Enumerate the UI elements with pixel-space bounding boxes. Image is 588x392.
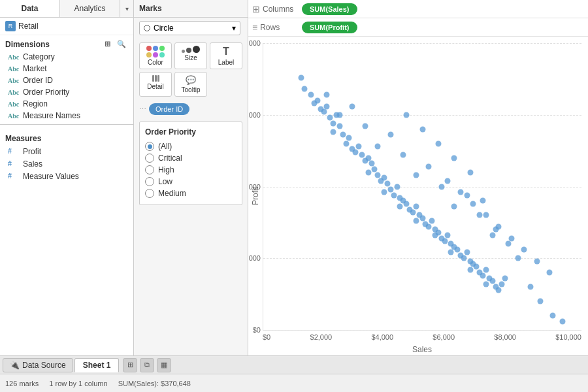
scatter-dot	[464, 192, 470, 198]
color-icon	[146, 46, 165, 57]
mark-type-select[interactable]: Circle ▾	[139, 21, 240, 35]
grid-line	[263, 187, 581, 188]
retail-row: R Retail	[0, 18, 133, 35]
dimension-item-order-id[interactable]: AbcOrder ID	[0, 74, 133, 86]
measure-item-profit[interactable]: #Profit	[0, 145, 133, 157]
scatter-dot	[343, 140, 349, 146]
dimensions-list: AbcCategoryAbcMarketAbcOrder IDAbcOrder …	[0, 51, 133, 122]
label-icon: T	[223, 46, 229, 57]
new-dashboard-icon[interactable]: ▦	[157, 358, 171, 372]
scatter-dot	[346, 135, 352, 140]
scatter-dot	[547, 270, 553, 276]
dimension-item-region[interactable]: AbcRegion	[0, 98, 133, 110]
columns-shelf: ⊞ Columns SUM(Sales)	[248, 0, 588, 18]
scatter-dot	[336, 112, 342, 118]
scatter-dot	[426, 163, 432, 169]
dimension-item-category[interactable]: AbcCategory	[0, 51, 133, 63]
radio-circle	[145, 142, 154, 151]
mark-type-chevron: ▾	[232, 24, 236, 33]
radio-low[interactable]: Low	[145, 176, 237, 188]
x-tick: $2,000	[310, 333, 333, 341]
radio-circle	[145, 189, 154, 198]
grid-line	[263, 115, 581, 116]
scatter-dot	[362, 123, 368, 129]
label-button[interactable]: T Label	[210, 42, 242, 69]
filter-pill-row: ⋯ Order ID	[134, 101, 248, 118]
retail-icon: R	[5, 21, 16, 31]
scatter-dot	[314, 97, 320, 103]
field-type-abc: Abc	[8, 112, 20, 120]
dimensions-grid-icon[interactable]: ⊞	[103, 39, 112, 49]
scatter-dot	[324, 92, 330, 98]
tab-analytics[interactable]: Analytics	[60, 0, 120, 17]
dimension-item-order-priority[interactable]: AbcOrder Priority	[0, 86, 133, 98]
dimension-item-measure-names[interactable]: AbcMeasure Names	[0, 110, 133, 122]
grid-line	[263, 330, 581, 331]
scatter-dot	[387, 132, 393, 138]
mark-type-row: Circle ▾	[134, 18, 248, 39]
scatter-dot	[435, 140, 441, 146]
x-tick: $8,000	[494, 333, 516, 341]
grid-line	[263, 43, 581, 44]
radio-medium[interactable]: Medium	[145, 188, 237, 199]
scatter-dot	[375, 172, 381, 178]
scatter-dot	[350, 103, 355, 109]
field-type-abc: Abc	[8, 101, 20, 108]
scatter-dot	[384, 181, 390, 187]
panel-tab-arrow[interactable]: ▾	[120, 0, 133, 17]
scatter-dot	[387, 186, 393, 192]
field-label: Order ID	[23, 76, 53, 85]
radio-critical[interactable]: Critical	[145, 152, 237, 164]
order-priority-options: (All)CriticalHighLowMedium	[145, 140, 237, 199]
duplicate-sheet-icon[interactable]: ⧉	[140, 358, 154, 372]
radio-circle	[145, 177, 154, 186]
sheet-tab-icons: ⊞ ⧉ ▦	[123, 358, 171, 372]
scatter-dot	[550, 313, 556, 319]
new-sheet-icon[interactable]: ⊞	[123, 358, 137, 372]
status-bar: 126 marks 1 row by 1 column SUM(Sales): …	[0, 374, 588, 392]
columns-icon: ⊞	[252, 4, 260, 14]
marks-panel: Marks Circle ▾	[134, 0, 248, 355]
measures-header: Measures	[0, 130, 133, 145]
mark-type-label: Circle	[154, 24, 174, 33]
scatter-dot	[499, 281, 505, 287]
scatter-dot	[299, 74, 304, 80]
scatter-dot	[445, 233, 451, 238]
field-label: Category	[23, 52, 55, 61]
scatter-dot	[496, 287, 502, 293]
chart-area: Profit $4,000$3,000$2,000$1,000$0 $0$2,0…	[248, 37, 588, 355]
columns-pill[interactable]: SUM(Sales)	[302, 3, 357, 15]
radio-high[interactable]: High	[145, 164, 237, 176]
order-id-pill[interactable]: Order ID	[149, 103, 189, 115]
measure-item-measure-values[interactable]: #Measure Values	[0, 170, 133, 182]
scatter-dot	[505, 241, 511, 247]
rows-cols-count: 1 row by 1 column	[49, 380, 107, 387]
scatter-dot	[455, 247, 461, 253]
dimensions-search-icon[interactable]: 🔍	[115, 39, 128, 49]
measure-item-sales[interactable]: #Sales	[0, 157, 133, 170]
grid-line	[263, 258, 581, 259]
datasource-tab[interactable]: 🔌 Data Source	[3, 358, 73, 372]
color-button[interactable]: Color	[139, 42, 172, 69]
scatter-dot	[353, 149, 359, 155]
label-label: Label	[218, 59, 234, 66]
sheet1-tab[interactable]: Sheet 1	[74, 358, 120, 372]
chart-inner: $4,000$3,000$2,000$1,000$0 $0$2,000$4,00…	[263, 37, 588, 355]
dimension-item-market[interactable]: AbcMarket	[0, 63, 133, 74]
scatter-dot	[397, 204, 403, 210]
radio-all[interactable]: (All)	[145, 140, 237, 152]
scatter-dot	[336, 123, 342, 129]
tooltip-button[interactable]: 💬 Tooltip	[174, 72, 207, 97]
tab-data[interactable]: Data	[0, 0, 60, 17]
columns-text: Columns	[263, 5, 293, 14]
field-label: Market	[23, 64, 47, 73]
field-label: Measure Values	[23, 172, 79, 181]
scatter-dot	[331, 129, 336, 135]
scatter-dot	[496, 223, 502, 229]
rows-pill[interactable]: SUM(Profit)	[302, 22, 357, 33]
scatter-dot	[489, 233, 495, 238]
color-label: Color	[148, 59, 163, 66]
detail-button[interactable]: Detail	[139, 72, 172, 97]
measures-list: #Profit#Sales#Measure Values	[0, 145, 133, 182]
size-button[interactable]: Size	[174, 42, 207, 69]
